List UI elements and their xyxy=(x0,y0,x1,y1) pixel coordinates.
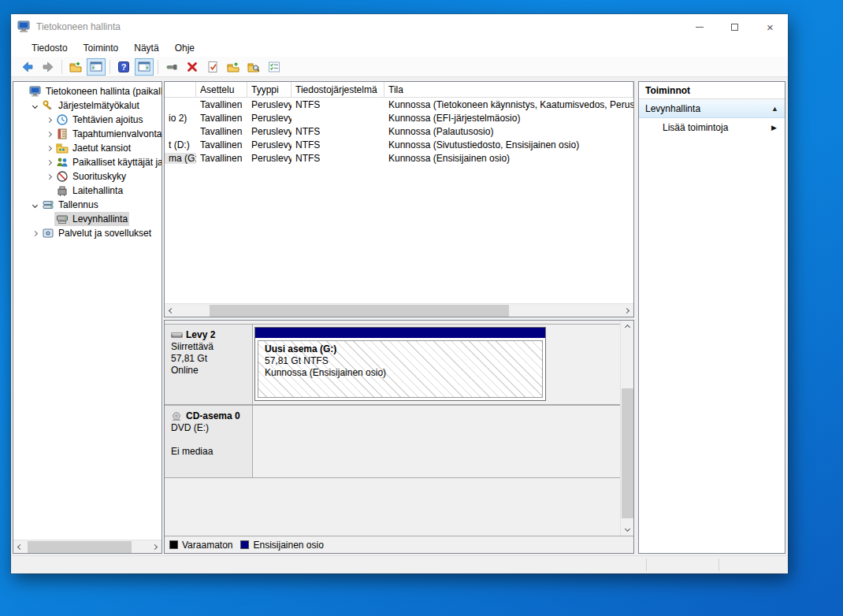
chevron-right-icon[interactable] xyxy=(43,132,54,136)
tree-horizontal-scrollbar[interactable] xyxy=(13,540,162,553)
disk-viewer-button[interactable] xyxy=(162,58,181,76)
scrollbar-thumb[interactable] xyxy=(622,388,633,518)
chevron-down-icon[interactable] xyxy=(29,203,40,207)
chevron-right-icon[interactable] xyxy=(43,175,54,179)
delete-button[interactable] xyxy=(183,58,202,76)
cell-tila: Kunnossa (Sivutustiedosto, Ensisijainen … xyxy=(384,139,633,150)
disk-label-cd0[interactable]: CD-asema 0 DVD (E:) Ei mediaa xyxy=(165,405,253,477)
scroll-down-arrow[interactable] xyxy=(621,522,634,536)
partition-body: Uusi asema (G:) 57,81 Gt NTFS Kunnossa (… xyxy=(258,340,543,398)
chevron-right-icon[interactable] xyxy=(29,232,40,236)
help-button[interactable]: ? xyxy=(114,58,133,76)
actions-title: Toiminnot xyxy=(639,82,785,99)
chevron-right-icon[interactable] xyxy=(43,118,54,122)
table-row[interactable]: t (D:) Tavallinen Peruslevy NTFS Kunnoss… xyxy=(165,138,633,151)
table-row[interactable]: Tavallinen Peruslevy NTFS Kunnossa (Pala… xyxy=(165,124,633,138)
scroll-left-arrow[interactable] xyxy=(13,540,27,554)
menu-nayta[interactable]: Näytä xyxy=(126,41,166,55)
tree-item-event-viewer[interactable]: Tapahtumienvalvonta xyxy=(13,127,162,141)
scroll-right-arrow[interactable] xyxy=(620,304,633,317)
local-users-icon xyxy=(56,156,69,169)
console-tree: Tietokoneen hallinta (paikalline Järjest… xyxy=(13,82,162,240)
partition-g-selected[interactable]: Uusi asema (G:) 57,81 Gt NTFS Kunnossa (… xyxy=(254,327,546,401)
export-folder-icon xyxy=(69,61,82,73)
menu-tiedosto[interactable]: Tiedosto xyxy=(24,41,76,55)
statusbar-divider xyxy=(646,558,647,571)
disk-management-view: Asettelu Tyyppi Tiedostojärjestelmä Tila… xyxy=(164,81,634,554)
collapse-chevron-icon[interactable]: ▲ xyxy=(771,105,778,113)
scrollbar-thumb[interactable] xyxy=(210,305,509,317)
window-controls: × xyxy=(681,14,788,39)
table-row[interactable]: Tavallinen Peruslevy NTFS Kunnossa (Tiet… xyxy=(165,98,633,111)
tree-item-task-scheduler[interactable]: Tehtävien ajoitus xyxy=(13,113,162,127)
minimize-button[interactable] xyxy=(681,14,717,39)
export-folder-button[interactable] xyxy=(66,58,85,76)
maximize-button[interactable] xyxy=(717,14,752,39)
menu-ohje[interactable]: Ohje xyxy=(167,41,202,55)
table-row[interactable]: io 2) Tavallinen Peruslevy Kunnossa (EFI… xyxy=(165,111,633,124)
chevron-right-icon[interactable] xyxy=(43,147,54,150)
set-properties-button[interactable] xyxy=(203,58,222,76)
scroll-up-arrow[interactable] xyxy=(621,321,634,334)
actions-item-label: Lisää toimintoja xyxy=(663,122,728,133)
show-console-tree-button[interactable] xyxy=(87,58,106,76)
cell-tila: Kunnossa (Ensisijainen osio) xyxy=(384,153,633,164)
tree-item-label: Suorituskyky xyxy=(72,171,126,182)
view-list-button[interactable] xyxy=(265,58,284,76)
close-button[interactable]: × xyxy=(752,14,788,39)
tree-item-computer-management[interactable]: Tietokoneen hallinta (paikalline xyxy=(13,84,162,98)
up-folder-button[interactable] xyxy=(224,58,243,76)
column-header-asettelu[interactable]: Asettelu xyxy=(196,82,247,97)
disk-label-levy2[interactable]: Levy 2 Siirrettävä 57,81 Gt Online xyxy=(165,324,253,404)
tree-item-disk-management[interactable]: Levynhallinta xyxy=(13,212,162,226)
up-folder-icon xyxy=(227,61,240,73)
actions-group-label: Levynhallinta xyxy=(645,103,700,114)
actions-pane: Toiminnot Levynhallinta ▲ Lisää toiminto… xyxy=(638,81,785,554)
table-row-selected[interactable]: ma (G:) Tavallinen Peruslevy NTFS Kunnos… xyxy=(165,151,633,165)
tree-item-performance[interactable]: Suorituskyky xyxy=(13,169,162,184)
menu-toiminto[interactable]: Toiminto xyxy=(76,41,127,55)
chevron-right-icon[interactable] xyxy=(43,161,54,165)
tree-item-label: Tietokoneen hallinta (paikalline xyxy=(46,86,162,97)
content-area: Tietokoneen hallinta (paikalline Järjest… xyxy=(11,77,788,555)
delete-icon xyxy=(186,61,199,73)
partition-name: Uusi asema (G:) xyxy=(265,343,536,355)
explore-folder-button[interactable] xyxy=(244,58,263,76)
actions-group-levynhallinta[interactable]: Levynhallinta ▲ xyxy=(639,99,785,118)
title-bar[interactable]: Tietokoneen hallinta × xyxy=(11,14,788,39)
show-action-pane-button[interactable] xyxy=(135,58,154,76)
tree-item-label: Laitehallinta xyxy=(72,185,123,196)
close-icon: × xyxy=(767,21,774,33)
cell-asettelu: Tavallinen xyxy=(196,113,247,124)
chevron-down-icon[interactable] xyxy=(29,104,40,108)
table-horizontal-scrollbar[interactable] xyxy=(165,303,633,317)
column-header-tyyppi[interactable]: Tyyppi xyxy=(247,82,292,97)
toolbar-separator xyxy=(110,60,110,74)
tree-item-local-users-groups[interactable]: Paikalliset käyttäjät ja ry xyxy=(13,155,162,169)
graphical-view-panel: Levy 2 Siirrettävä 57,81 Gt Online Uusi … xyxy=(164,320,634,554)
tree-item-system-tools[interactable]: Järjestelmätyökalut xyxy=(13,98,162,113)
disk-row-levy2: Levy 2 Siirrettävä 57,81 Gt Online Uusi … xyxy=(165,324,620,405)
cd-status: Ei mediaa xyxy=(171,446,247,458)
scrollbar-thumb[interactable] xyxy=(28,541,132,553)
scroll-left-arrow[interactable] xyxy=(165,304,178,317)
storage-icon xyxy=(42,199,54,211)
tree-item-shared-folders[interactable]: Jaetut kansiot xyxy=(13,141,162,155)
column-header-tila[interactable]: Tila xyxy=(384,82,633,97)
forward-button[interactable] xyxy=(39,58,58,76)
tree-item-services-applications[interactable]: Palvelut ja sovellukset xyxy=(13,226,162,240)
column-header-tiedostojarjestelma[interactable]: Tiedostojärjestelmä xyxy=(292,82,384,97)
cell-tyyppi: Peruslevy xyxy=(247,153,292,164)
disk-vertical-scrollbar[interactable] xyxy=(620,321,633,536)
cell-asettelu: Tavallinen xyxy=(196,99,247,110)
column-header-volume[interactable] xyxy=(165,82,196,97)
cell-tila: Kunnossa (EFI-järjestelmäosio) xyxy=(384,113,633,124)
back-button[interactable] xyxy=(18,58,37,76)
actions-item-more-actions[interactable]: Lisää toimintoja ▶ xyxy=(639,118,785,137)
tree-item-storage[interactable]: Tallennus xyxy=(13,198,162,212)
scroll-right-arrow[interactable] xyxy=(148,540,162,554)
disk-row-cd0: CD-asema 0 DVD (E:) Ei mediaa xyxy=(165,405,620,478)
minimize-icon xyxy=(696,27,704,28)
tree-item-device-manager[interactable]: Laitehallinta xyxy=(13,184,162,198)
cell-asettelu: Tavallinen xyxy=(196,139,247,150)
